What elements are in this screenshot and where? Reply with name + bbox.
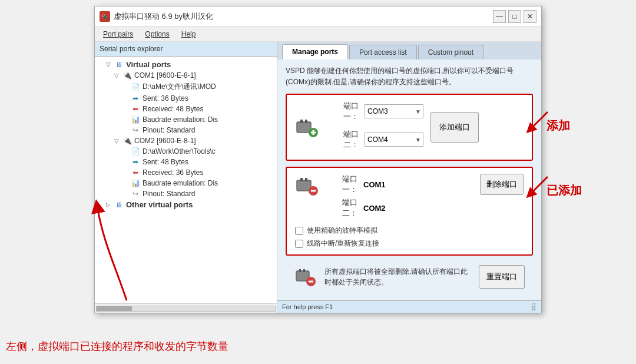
add-port-button[interactable]: 添加端口 [430,112,479,143]
tree-other-ports[interactable]: ▷ 🖥 Other virtual ports [95,199,277,210]
tree-com2-path[interactable]: 📄 D:\aWork\Other\Tools\c [95,146,277,157]
minimize-button[interactable]: — [493,10,506,23]
status-bar: For help press F1 ⣿ [277,300,541,313]
plug-icon-com1: 🔌 [122,71,132,80]
titlebar-left: 🔌 虚拟串口驱动 6.9 by耿川汉化 [100,11,213,22]
tree-com1-recv[interactable]: ⬅ Received: 48 Bytes [95,104,277,114]
main-content: Serial ports explorer ▽ 🖥 Virtual ports … [95,42,541,313]
svg-rect-10 [311,190,316,192]
checkboxes: 使用精确的波特率模拟 线路中断/重新恢复连接 [295,226,524,249]
checkbox-line[interactable] [295,240,303,248]
reset-text: 所有虚拟端口将被全部删除,请确认所有端口此时都处于关闭状态。 [324,266,472,287]
spacer10 [121,190,129,198]
spacer9 [121,179,129,187]
tree-com2-sent[interactable]: ➡ Sent: 48 Bytes [95,157,277,167]
tree-com2-baud[interactable]: 📊 Baudrate emulation: Dis [95,178,277,188]
svg-rect-5 [313,130,314,135]
scrollbar-track[interactable] [96,306,276,312]
right-panel: Manage ports Port access list Custom pin… [277,42,541,313]
exist-port1-value: COM1 [363,180,386,189]
tree-label-other-ports: Other virtual ports [126,200,193,209]
tree-label-com1-recv: Received: 48 Bytes [143,105,203,113]
recv-icon-com1: ⬅ [130,105,141,113]
exist-port-icon [295,174,319,197]
menu-port-pairs[interactable]: Port pairs [97,28,139,40]
exist-port2-row: 端口二： COM2 [328,197,474,219]
close-button[interactable]: ✕ [524,10,536,23]
menu-help[interactable]: Help [175,28,202,40]
tree-virtual-ports[interactable]: ▽ 🖥 Virtual ports [95,59,277,70]
scrollbar-thumb[interactable] [97,306,132,311]
plug-icon-com2: 🔌 [122,137,132,145]
tree-com1-pinout[interactable]: ↪ Pinout: Standard [95,125,277,135]
sent-icon-com2: ➡ [130,158,141,166]
port1-row: 端口一： COM3 COM4 COM5 ▼ [329,101,423,122]
tree-com1-sent[interactable]: ➡ Sent: 36 Bytes [95,93,277,104]
checkbox2-label: 线路中断/重新恢复连接 [307,239,379,249]
port1-label: 端口一： [329,101,359,122]
tree-com2-recv[interactable]: ⬅ Received: 36 Bytes [95,167,277,178]
window-title: 虚拟串口驱动 6.9 by耿川汉化 [114,11,213,22]
tab-port-access-list[interactable]: Port access list [349,45,417,59]
reset-port-button[interactable]: 重置端口 [479,265,525,289]
checkbox-baud[interactable] [295,227,303,235]
tree-label-com2-sent: Sent: 48 Bytes [143,158,188,166]
add-port-section: 端口一： COM3 COM4 COM5 ▼ [286,94,533,161]
tab-manage-ports[interactable]: Manage ports [282,44,348,59]
port2-label: 端口二： [329,129,359,150]
expand-icon-com1[interactable]: ▽ [112,71,121,80]
maximize-button[interactable]: □ [508,10,521,23]
pin-icon-com2: ↪ [130,190,141,198]
expand-icon-other[interactable]: ▷ [104,201,112,209]
spacer6 [121,147,129,155]
app-icon: 🔌 [100,11,110,22]
delete-port-button[interactable]: 删除端口 [480,174,524,195]
spacer5 [121,126,129,134]
left-panel: Serial ports explorer ▽ 🖥 Virtual ports … [95,42,277,313]
tree-container[interactable]: ▽ 🖥 Virtual ports ▽ 🔌 COM1 [9600-E-8-1] … [95,57,277,303]
spacer4 [121,115,129,124]
port1-select[interactable]: COM3 COM4 COM5 [365,104,423,118]
tree-com1-baud[interactable]: 📊 Baudrate emulation: Dis [95,114,277,125]
reset-section: 所有虚拟端口将被全部删除,请确认所有端口此时都处于关闭状态。 重置端口 [286,262,533,292]
spacer3 [121,105,129,113]
doc-icon-com2: 📄 [130,147,141,155]
spacer [121,83,129,91]
expand-icon[interactable]: ▽ [104,61,112,69]
add-port-icon [295,115,319,139]
main-window: 🔌 虚拟串口驱动 6.9 by耿川汉化 — □ ✕ Port pairs Opt… [94,6,542,313]
expand-icon-com2[interactable]: ▽ [112,137,121,145]
checkbox1-row[interactable]: 使用精确的波特率模拟 [295,226,524,236]
tree-label-com2-baud: Baudrate emulation: Dis [143,179,218,187]
recv-icon-com2: ⬅ [130,168,141,177]
annotation-add: 添加 [546,118,570,134]
spacer8 [121,168,129,177]
tree-com2[interactable]: ▽ 🔌 COM2 [9600-E-8-1] [95,135,277,146]
tree-label-com1-path: D:\aMe\文件\通讯\MOD [143,82,216,92]
add-port-inner: 端口一： COM3 COM4 COM5 ▼ [295,101,524,154]
port2-row: 端口二： COM4 COM3 COM5 ▼ [329,129,423,150]
right-content: VSPD 能够创建任何你想使用的端口号的虚拟端口,所以你可以不受端口号(COMx… [277,59,541,300]
port1-select-wrapper: COM3 COM4 COM5 ▼ [365,104,423,118]
tree-com2-pinout[interactable]: ↪ Pinout: Standard [95,188,277,199]
tree-com1[interactable]: ▽ 🔌 COM1 [9600-E-8-1] [95,70,277,81]
doc-icon-com1: 📄 [130,83,141,91]
svg-rect-1 [300,120,303,123]
tree-label-virtual-ports: Virtual ports [126,60,171,69]
tree-com1-path[interactable]: 📄 D:\aMe\文件\通讯\MOD [95,81,277,93]
horizontal-scrollbar[interactable] [95,303,277,313]
exist-port2-value: COM2 [363,204,386,213]
menu-options[interactable]: Options [139,28,175,40]
tree-label-com1-sent: Sent: 36 Bytes [143,94,188,102]
tree-label-com2-pinout: Pinout: Standard [143,190,195,198]
checkbox2-row[interactable]: 线路中断/重新恢复连接 [295,239,524,249]
exist-port2-label: 端口二： [328,197,357,219]
tree-label-com2-recv: Received: 36 Bytes [143,168,203,177]
baud-icon-com2: 📊 [130,179,141,187]
baud-icon-com1: 📊 [130,115,141,124]
svg-rect-15 [309,281,313,283]
tab-custom-pinout[interactable]: Custom pinout [418,45,483,59]
menubar: Port pairs Options Help [95,27,541,42]
exist-top: 端口一： COM1 端口二： COM2 删除端口 [295,174,524,221]
port2-select[interactable]: COM4 COM3 COM5 [365,133,423,147]
